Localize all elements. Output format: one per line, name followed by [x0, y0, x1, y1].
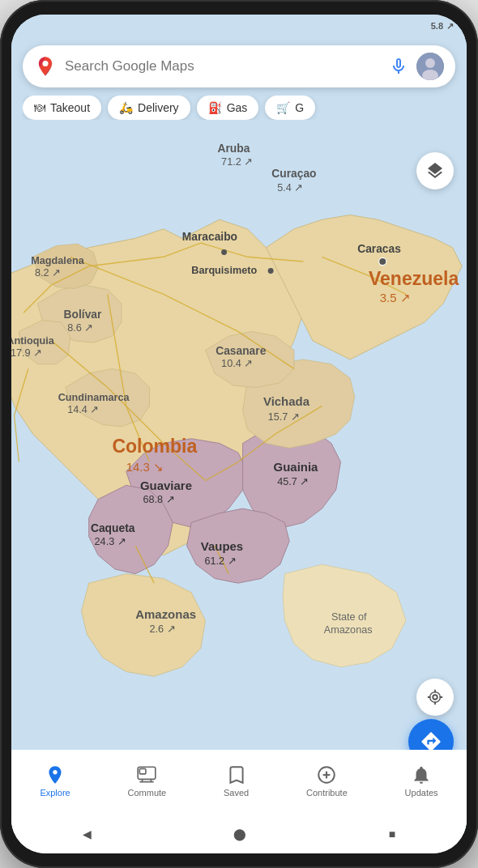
svg-text:14.4 ↗: 14.4 ↗ — [67, 404, 99, 415]
svg-text:17.9 ↗: 17.9 ↗ — [11, 347, 42, 359]
svg-point-56 — [379, 257, 386, 265]
trend-icon: ↗ — [446, 21, 454, 32]
avatar[interactable] — [416, 53, 444, 80]
svg-point-73 — [425, 58, 435, 68]
svg-text:Amazonas: Amazonas — [324, 624, 373, 636]
svg-text:Colombia: Colombia — [112, 436, 197, 457]
svg-point-66 — [430, 692, 441, 703]
nav-updates[interactable]: Updates — [395, 758, 448, 804]
svg-text:Guaviare: Guaviare — [140, 479, 192, 492]
search-bar[interactable]: Search Google Maps — [23, 45, 455, 87]
svg-text:24.3 ↗: 24.3 ↗ — [95, 536, 126, 547]
gas-label: Gas — [227, 101, 248, 114]
nav-commute[interactable]: Commute — [118, 758, 177, 804]
phone-screen: 5.8 ↗ — [11, 15, 467, 853]
svg-text:Curaçao: Curaçao — [271, 167, 316, 180]
svg-text:Guainia: Guainia — [274, 460, 319, 474]
layers-button[interactable] — [416, 152, 454, 189]
nav-contribute[interactable]: Contribute — [297, 758, 357, 804]
commute-icon — [136, 764, 157, 785]
svg-text:8.6 ↗: 8.6 ↗ — [67, 322, 93, 334]
svg-text:5.4 ↗: 5.4 ↗ — [277, 182, 303, 194]
gas-icon: ⛽ — [208, 101, 222, 114]
explore-label: Explore — [40, 788, 70, 798]
maps-logo-icon — [34, 55, 57, 78]
my-location-button[interactable] — [416, 679, 454, 716]
recents-button[interactable]: ■ — [389, 828, 395, 840]
svg-text:Magdalena: Magdalena — [31, 255, 84, 266]
svg-text:Amazonas: Amazonas — [135, 607, 196, 621]
svg-text:Antioquia: Antioquia — [11, 335, 55, 347]
svg-text:Casanare: Casanare — [216, 344, 266, 357]
svg-text:Vaupes: Vaupes — [201, 539, 243, 553]
svg-text:Maracaibo: Maracaibo — [182, 230, 237, 243]
nav-explore[interactable]: Explore — [30, 758, 79, 804]
grocery-label: G — [295, 101, 304, 114]
svg-text:15.7 ↗: 15.7 ↗ — [268, 411, 300, 423]
svg-text:8.2 ↗: 8.2 ↗ — [35, 267, 61, 279]
status-bar: 5.8 ↗ — [11, 15, 467, 37]
updates-icon — [411, 764, 432, 785]
commute-label: Commute — [128, 788, 167, 798]
svg-text:3.5 ↗: 3.5 ↗ — [380, 291, 411, 304]
svg-point-52 — [221, 249, 227, 255]
svg-text:Vichada: Vichada — [263, 394, 310, 408]
takeout-icon: 🍽 — [34, 101, 45, 114]
svg-text:State of: State of — [331, 611, 367, 623]
nav-saved[interactable]: Saved — [214, 758, 258, 804]
svg-point-54 — [268, 268, 274, 274]
explore-icon — [45, 764, 66, 785]
android-nav: ◀ ⬤ ■ — [11, 815, 467, 853]
svg-text:10.4 ↗: 10.4 ↗ — [221, 358, 253, 369]
svg-point-71 — [43, 61, 49, 66]
svg-point-65 — [433, 695, 437, 700]
delivery-pill[interactable]: 🛵 Delivery — [108, 96, 190, 120]
delivery-icon: 🛵 — [119, 101, 133, 114]
svg-text:Caracas: Caracas — [357, 242, 401, 255]
bottom-nav: Explore Commute — [11, 750, 467, 815]
filter-pills: 🍽 Takeout 🛵 Delivery ⛽ Gas 🛒 G — [23, 96, 455, 120]
svg-text:Aruba: Aruba — [218, 142, 250, 155]
svg-text:61.2 ↗: 61.2 ↗ — [204, 555, 236, 567]
home-button[interactable]: ⬤ — [233, 828, 246, 840]
updates-label: Updates — [405, 788, 438, 798]
svg-text:Bolívar: Bolívar — [64, 308, 102, 321]
gas-pill[interactable]: ⛽ Gas — [197, 96, 259, 120]
svg-text:Venezuela: Venezuela — [369, 268, 459, 289]
svg-text:14.3 ↘: 14.3 ↘ — [126, 460, 164, 474]
layers-icon — [425, 161, 445, 181]
takeout-label: Takeout — [50, 101, 90, 114]
microphone-icon[interactable] — [389, 57, 408, 76]
back-button[interactable]: ◀ — [83, 828, 92, 840]
location-icon — [426, 688, 444, 706]
status-bar-right: 5.8 ↗ — [431, 21, 454, 32]
contribute-label: Contribute — [306, 788, 348, 798]
delivery-label: Delivery — [138, 101, 179, 114]
saved-label: Saved — [224, 788, 249, 798]
svg-text:Caqueta: Caqueta — [91, 521, 135, 534]
takeout-pill[interactable]: 🍽 Takeout — [23, 96, 101, 120]
svg-text:Barquisimeto: Barquisimeto — [191, 265, 257, 276]
top-ui: Search Google Maps 🍽 — [11, 37, 467, 126]
svg-text:68.8 ↗: 68.8 ↗ — [143, 494, 174, 505]
search-placeholder[interactable]: Search Google Maps — [65, 58, 381, 74]
map-area[interactable]: Venezuela 3.5 ↗ Colombia 14.3 ↘ Guaviare… — [11, 15, 467, 853]
signal-value: 5.8 — [431, 21, 443, 31]
grocery-icon: 🛒 — [276, 101, 290, 114]
svg-text:45.7 ↗: 45.7 ↗ — [277, 476, 309, 487]
saved-icon — [226, 764, 247, 785]
map-svg: Venezuela 3.5 ↗ Colombia 14.3 ↘ Guaviare… — [11, 15, 467, 853]
grocery-pill[interactable]: 🛒 G — [265, 96, 315, 120]
svg-rect-76 — [140, 768, 147, 774]
contribute-icon — [316, 764, 337, 785]
svg-text:2.6 ↗: 2.6 ↗ — [149, 623, 175, 635]
svg-text:71.2 ↗: 71.2 ↗ — [221, 156, 253, 168]
phone-frame: 5.8 ↗ — [0, 0, 478, 868]
svg-text:Cundinamarca: Cundinamarca — [58, 392, 130, 403]
